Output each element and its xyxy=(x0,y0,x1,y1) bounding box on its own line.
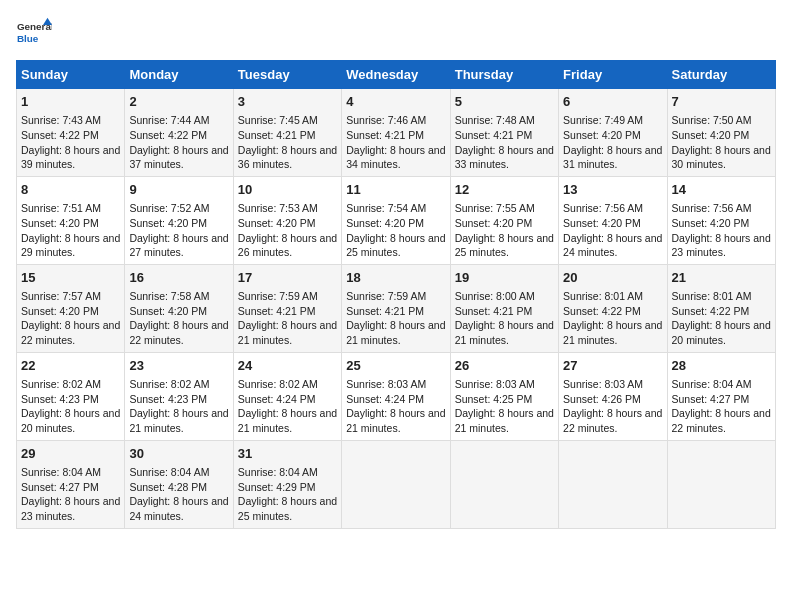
day-number: 13 xyxy=(563,181,662,199)
day-cell: 18Sunrise: 7:59 AMSunset: 4:21 PMDayligh… xyxy=(342,264,450,352)
daylight-label: Daylight: 8 hours and 20 minutes. xyxy=(21,407,120,434)
sunrise-label: Sunrise: 7:57 AM xyxy=(21,290,101,302)
sunrise-label: Sunrise: 8:01 AM xyxy=(672,290,752,302)
day-cell: 7Sunrise: 7:50 AMSunset: 4:20 PMDaylight… xyxy=(667,89,775,177)
sunrise-label: Sunrise: 8:00 AM xyxy=(455,290,535,302)
day-cell: 29Sunrise: 8:04 AMSunset: 4:27 PMDayligh… xyxy=(17,440,125,528)
day-number: 9 xyxy=(129,181,228,199)
sunrise-label: Sunrise: 7:55 AM xyxy=(455,202,535,214)
daylight-label: Daylight: 8 hours and 21 minutes. xyxy=(455,407,554,434)
day-cell: 15Sunrise: 7:57 AMSunset: 4:20 PMDayligh… xyxy=(17,264,125,352)
day-cell: 9Sunrise: 7:52 AMSunset: 4:20 PMDaylight… xyxy=(125,176,233,264)
day-cell: 10Sunrise: 7:53 AMSunset: 4:20 PMDayligh… xyxy=(233,176,341,264)
day-number: 12 xyxy=(455,181,554,199)
day-cell: 6Sunrise: 7:49 AMSunset: 4:20 PMDaylight… xyxy=(559,89,667,177)
day-cell: 4Sunrise: 7:46 AMSunset: 4:21 PMDaylight… xyxy=(342,89,450,177)
day-cell: 27Sunrise: 8:03 AMSunset: 4:26 PMDayligh… xyxy=(559,352,667,440)
week-row-3: 15Sunrise: 7:57 AMSunset: 4:20 PMDayligh… xyxy=(17,264,776,352)
sunrise-label: Sunrise: 7:50 AM xyxy=(672,114,752,126)
daylight-label: Daylight: 8 hours and 36 minutes. xyxy=(238,144,337,171)
sunrise-label: Sunrise: 8:02 AM xyxy=(21,378,101,390)
day-cell: 5Sunrise: 7:48 AMSunset: 4:21 PMDaylight… xyxy=(450,89,558,177)
sunrise-label: Sunrise: 7:54 AM xyxy=(346,202,426,214)
sunrise-label: Sunrise: 8:01 AM xyxy=(563,290,643,302)
header: General Blue xyxy=(16,16,776,52)
sunset-label: Sunset: 4:20 PM xyxy=(455,217,533,229)
day-number: 28 xyxy=(672,357,771,375)
week-row-1: 1Sunrise: 7:43 AMSunset: 4:22 PMDaylight… xyxy=(17,89,776,177)
day-cell: 11Sunrise: 7:54 AMSunset: 4:20 PMDayligh… xyxy=(342,176,450,264)
sunset-label: Sunset: 4:20 PM xyxy=(563,129,641,141)
daylight-label: Daylight: 8 hours and 21 minutes. xyxy=(563,319,662,346)
sunrise-label: Sunrise: 7:59 AM xyxy=(238,290,318,302)
day-cell xyxy=(667,440,775,528)
sunset-label: Sunset: 4:29 PM xyxy=(238,481,316,493)
day-number: 20 xyxy=(563,269,662,287)
day-number: 30 xyxy=(129,445,228,463)
day-cell: 1Sunrise: 7:43 AMSunset: 4:22 PMDaylight… xyxy=(17,89,125,177)
daylight-label: Daylight: 8 hours and 25 minutes. xyxy=(455,232,554,259)
sunrise-label: Sunrise: 7:49 AM xyxy=(563,114,643,126)
daylight-label: Daylight: 8 hours and 24 minutes. xyxy=(129,495,228,522)
sunrise-label: Sunrise: 8:03 AM xyxy=(346,378,426,390)
sunrise-label: Sunrise: 8:03 AM xyxy=(455,378,535,390)
day-cell: 31Sunrise: 8:04 AMSunset: 4:29 PMDayligh… xyxy=(233,440,341,528)
day-cell: 20Sunrise: 8:01 AMSunset: 4:22 PMDayligh… xyxy=(559,264,667,352)
daylight-label: Daylight: 8 hours and 22 minutes. xyxy=(672,407,771,434)
daylight-label: Daylight: 8 hours and 21 minutes. xyxy=(346,319,445,346)
sunset-label: Sunset: 4:22 PM xyxy=(672,305,750,317)
sunrise-label: Sunrise: 7:56 AM xyxy=(563,202,643,214)
sunset-label: Sunset: 4:21 PM xyxy=(346,305,424,317)
day-number: 8 xyxy=(21,181,120,199)
sunrise-label: Sunrise: 7:46 AM xyxy=(346,114,426,126)
day-number: 22 xyxy=(21,357,120,375)
day-number: 17 xyxy=(238,269,337,287)
day-number: 27 xyxy=(563,357,662,375)
sunset-label: Sunset: 4:22 PM xyxy=(21,129,99,141)
day-number: 16 xyxy=(129,269,228,287)
sunset-label: Sunset: 4:21 PM xyxy=(346,129,424,141)
daylight-label: Daylight: 8 hours and 27 minutes. xyxy=(129,232,228,259)
sunset-label: Sunset: 4:20 PM xyxy=(672,129,750,141)
sunset-label: Sunset: 4:22 PM xyxy=(563,305,641,317)
calendar-table: SundayMondayTuesdayWednesdayThursdayFrid… xyxy=(16,60,776,529)
daylight-label: Daylight: 8 hours and 21 minutes. xyxy=(346,407,445,434)
day-cell: 28Sunrise: 8:04 AMSunset: 4:27 PMDayligh… xyxy=(667,352,775,440)
day-number: 15 xyxy=(21,269,120,287)
day-number: 11 xyxy=(346,181,445,199)
daylight-label: Daylight: 8 hours and 34 minutes. xyxy=(346,144,445,171)
daylight-label: Daylight: 8 hours and 39 minutes. xyxy=(21,144,120,171)
svg-text:Blue: Blue xyxy=(17,33,39,44)
sunset-label: Sunset: 4:20 PM xyxy=(129,217,207,229)
day-cell: 24Sunrise: 8:02 AMSunset: 4:24 PMDayligh… xyxy=(233,352,341,440)
sunset-label: Sunset: 4:26 PM xyxy=(563,393,641,405)
day-cell: 22Sunrise: 8:02 AMSunset: 4:23 PMDayligh… xyxy=(17,352,125,440)
sunset-label: Sunset: 4:22 PM xyxy=(129,129,207,141)
daylight-label: Daylight: 8 hours and 25 minutes. xyxy=(346,232,445,259)
sunrise-label: Sunrise: 7:53 AM xyxy=(238,202,318,214)
week-row-4: 22Sunrise: 8:02 AMSunset: 4:23 PMDayligh… xyxy=(17,352,776,440)
sunset-label: Sunset: 4:23 PM xyxy=(129,393,207,405)
sunrise-label: Sunrise: 7:45 AM xyxy=(238,114,318,126)
day-number: 23 xyxy=(129,357,228,375)
header-saturday: Saturday xyxy=(667,61,775,89)
daylight-label: Daylight: 8 hours and 24 minutes. xyxy=(563,232,662,259)
sunset-label: Sunset: 4:20 PM xyxy=(346,217,424,229)
day-cell: 23Sunrise: 8:02 AMSunset: 4:23 PMDayligh… xyxy=(125,352,233,440)
day-cell xyxy=(450,440,558,528)
day-cell: 14Sunrise: 7:56 AMSunset: 4:20 PMDayligh… xyxy=(667,176,775,264)
day-number: 1 xyxy=(21,93,120,111)
day-number: 6 xyxy=(563,93,662,111)
daylight-label: Daylight: 8 hours and 23 minutes. xyxy=(672,232,771,259)
sunrise-label: Sunrise: 7:52 AM xyxy=(129,202,209,214)
day-number: 25 xyxy=(346,357,445,375)
daylight-label: Daylight: 8 hours and 22 minutes. xyxy=(563,407,662,434)
daylight-label: Daylight: 8 hours and 30 minutes. xyxy=(672,144,771,171)
sunset-label: Sunset: 4:20 PM xyxy=(238,217,316,229)
day-cell xyxy=(342,440,450,528)
sunset-label: Sunset: 4:25 PM xyxy=(455,393,533,405)
logo: General Blue xyxy=(16,16,52,52)
day-number: 4 xyxy=(346,93,445,111)
sunrise-label: Sunrise: 8:04 AM xyxy=(129,466,209,478)
daylight-label: Daylight: 8 hours and 21 minutes. xyxy=(238,407,337,434)
